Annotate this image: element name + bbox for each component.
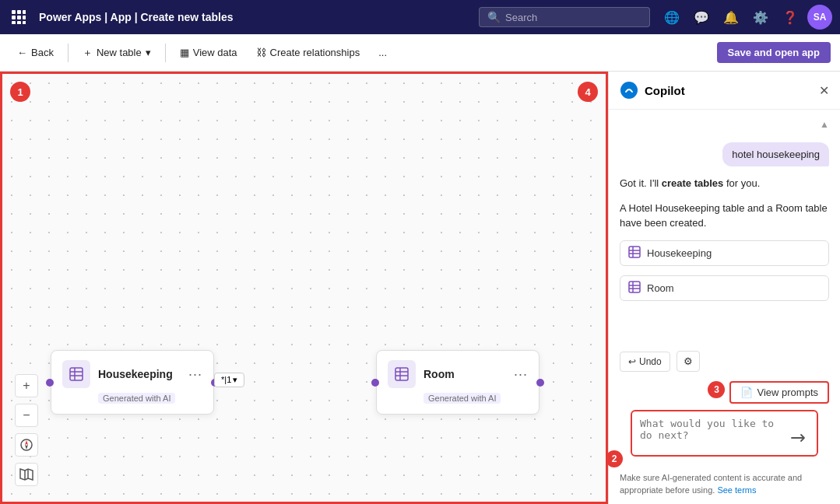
save-and-open-button[interactable]: Save and open app [717,42,831,63]
svg-rect-8 [23,21,26,24]
svg-marker-20 [20,469,33,480]
undo-label: Undo [639,356,662,367]
step-badge-3: 3 [708,381,725,398]
plus-icon: ＋ [83,46,93,60]
table-card-room-header: Room ··· [388,360,528,388]
link-icon: ⛓ [256,47,266,58]
svg-rect-28 [629,282,640,292]
nav-icons: 🌐 💬 🔔 ⚙️ ❓ SA [659,5,832,30]
svg-rect-5 [23,16,26,19]
create-relationships-label: Create relationships [270,47,360,58]
new-table-button[interactable]: ＋ New table ▾ [75,42,159,64]
settings-icon-button[interactable]: ⚙️ [748,5,773,30]
zoom-in-button[interactable]: + [15,374,38,397]
waffle-menu-button[interactable] [8,6,30,28]
housekeeping-more-button[interactable]: ··· [188,366,202,383]
search-input[interactable] [505,12,641,23]
table-card-header: Housekeeping ··· [62,360,202,388]
connector-line: *|1 ▾ [214,379,232,380]
bell-icon-button[interactable]: 🔔 [719,5,743,30]
copilot-actions: ↩ Undo ⚙ [609,348,840,378]
svg-rect-4 [17,16,21,19]
svg-rect-1 [17,10,21,14]
table-icon-room [388,360,416,388]
back-icon: ← [17,47,27,58]
zoom-controls: + − [15,374,38,486]
copilot-input-area [631,410,818,457]
zoom-out-button[interactable]: − [15,404,38,427]
table-chip-room-label: Room [647,282,674,294]
view-data-label: View data [193,47,237,58]
svg-rect-9 [70,368,83,380]
svg-rect-13 [395,368,408,380]
table-card-housekeeping[interactable]: Housekeeping ··· Generated with AI [51,350,214,415]
view-prompts-button[interactable]: 📄 View prompts [729,381,829,404]
back-button[interactable]: ← Back [9,43,62,62]
relation-box: *|1 ▾ [214,373,244,387]
undo-button[interactable]: ↩ Undo [620,352,670,372]
room-right-connector [536,379,544,387]
ai-badge-housekeeping: Generated with AI [98,393,175,404]
step-badge-1: 1 [10,82,30,102]
top-navigation: Power Apps | App | Create new tables 🔍 🌐… [0,0,840,34]
copilot-logo-icon [620,81,638,100]
canvas: 1 4 Housekeeping ··· [0,72,608,504]
globe-icon-button[interactable]: 🌐 [659,5,684,30]
copilot-close-button[interactable]: ✕ [819,83,829,98]
step-badge-4: 4 [578,82,598,102]
svg-rect-2 [23,10,26,14]
copilot-footer: Make sure AI-generated content is accura… [609,467,840,504]
svg-rect-24 [629,247,640,257]
search-icon: 🔍 [487,11,501,23]
copilot-input[interactable] [640,418,782,449]
ai-message-1: Got it. I'll create tables for you. [620,176,829,191]
table-chip-housekeeping-label: Housekeeping [647,247,712,259]
copilot-header: Copilot ✕ [609,72,840,110]
view-prompts-area: 3 📄 View prompts [609,378,840,410]
footer-text: Make sure AI-generated content is accura… [620,473,802,494]
svg-marker-18 [25,440,28,445]
help-icon-button[interactable]: ❓ [778,5,803,30]
filter-icon: ⚙ [684,355,693,367]
footer-terms-link[interactable]: See terms [717,485,756,495]
create-relationships-button[interactable]: ⛓ Create relationships [248,43,368,62]
main-area: 1 4 Housekeeping ··· [0,72,840,504]
filter-button[interactable]: ⚙ [677,351,700,372]
table-icon: ▦ [180,47,189,58]
left-connector-dot [46,379,54,387]
table-name-housekeeping: Housekeeping [98,368,188,380]
search-box[interactable]: 🔍 [479,7,650,27]
back-label: Back [31,47,54,58]
chat-icon-button[interactable]: 💬 [689,5,714,30]
copilot-title: Copilot [645,84,813,97]
ai-badge-room: Generated with AI [424,393,501,404]
table-chip-room[interactable]: Room [620,275,829,301]
view-data-button[interactable]: ▦ View data [172,43,245,62]
more-icon: ... [378,47,387,58]
table-icon-housekeeping [62,360,90,388]
toolbar: ← Back ＋ New table ▾ ▦ View data ⛓ Creat… [0,34,840,72]
svg-rect-7 [17,21,21,24]
svg-rect-3 [12,16,16,19]
room-left-connector [371,379,379,387]
table-chip-icon-housekeeping [628,246,641,261]
table-card-room[interactable]: Room ··· Generated with AI [376,350,539,415]
app-title: Power Apps | App | Create new tables [39,11,469,23]
user-avatar[interactable]: SA [807,5,832,30]
more-button[interactable]: ... [371,43,395,62]
room-more-button[interactable]: ··· [514,366,528,383]
view-prompts-icon: 📄 [740,387,753,398]
new-table-label: New table [97,47,142,58]
send-button[interactable] [787,427,809,449]
copilot-messages: ▲ hotel housekeeping Got it. I'll create… [609,110,840,348]
toolbar-divider-2 [165,44,166,62]
map-button[interactable] [15,463,38,486]
svg-rect-0 [12,10,16,14]
table-chip-housekeeping[interactable]: Housekeeping [620,240,829,266]
compass-button[interactable] [15,433,38,457]
svg-marker-19 [25,445,28,450]
table-chip-icon-room [628,281,641,296]
svg-rect-6 [12,21,16,24]
table-name-room: Room [424,368,514,380]
chevron-down-icon: ▾ [146,47,151,58]
